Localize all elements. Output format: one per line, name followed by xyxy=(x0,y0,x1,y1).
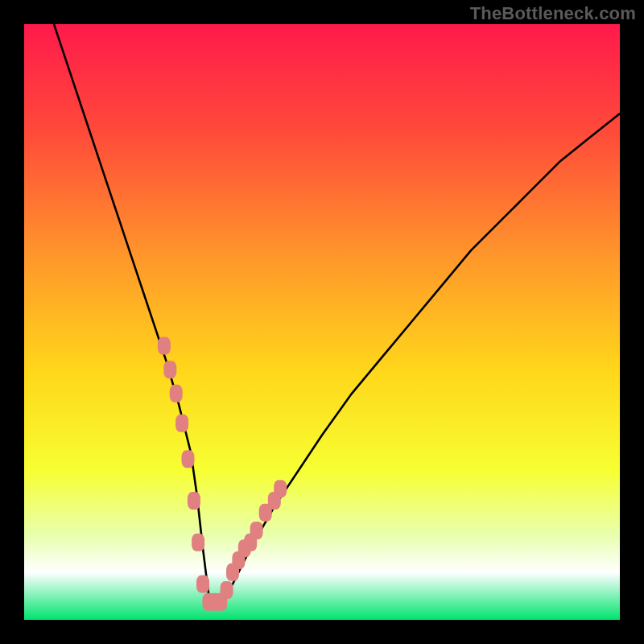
chart-frame: TheBottleneck.com xyxy=(0,0,644,644)
marker-point xyxy=(182,450,195,468)
marker-point xyxy=(221,581,233,599)
marker-point xyxy=(188,492,200,510)
marker-point xyxy=(250,522,263,539)
plot-area xyxy=(24,24,620,620)
marker-point xyxy=(163,361,176,378)
marker-point xyxy=(170,385,183,402)
marker-point xyxy=(196,576,209,593)
gradient-background xyxy=(24,24,620,620)
marker-point xyxy=(274,480,287,497)
marker-point xyxy=(158,337,171,355)
watermark-text: TheBottleneck.com xyxy=(470,3,636,24)
marker-point xyxy=(192,534,204,551)
marker-point xyxy=(175,415,188,432)
chart-svg xyxy=(24,24,620,620)
